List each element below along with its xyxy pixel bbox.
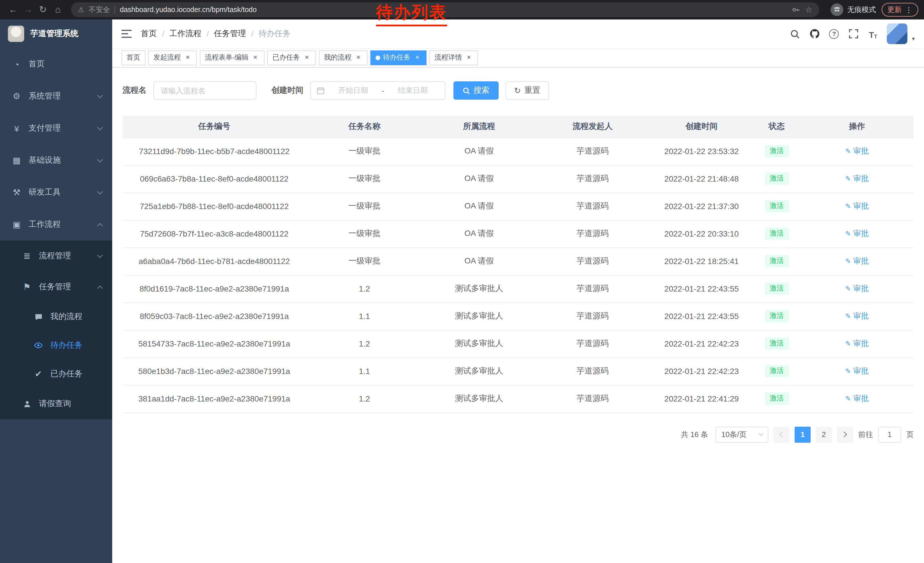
search-icon[interactable] (789, 28, 801, 39)
browser-home-button[interactable]: ⌂ (50, 2, 65, 17)
sidebar-item-workflow[interactable]: ▣ 工作流程 (0, 209, 112, 240)
approve-link[interactable]: ✎审批 (845, 311, 869, 321)
avatar[interactable] (887, 24, 908, 44)
page-button-1[interactable]: 1 (795, 426, 811, 443)
approve-link[interactable]: ✎审批 (845, 256, 869, 266)
tab-process-form-edit[interactable]: 流程表单-编辑 × (200, 50, 264, 65)
approve-link[interactable]: ✎审批 (845, 174, 869, 184)
breadcrumb-current: 待办任务 (258, 29, 291, 39)
cell-process: 测试多审批人 (423, 357, 535, 385)
fullscreen-icon[interactable] (848, 28, 859, 39)
cell-task-name: 一级审批 (306, 248, 423, 275)
close-icon[interactable]: × (251, 54, 260, 62)
status-badge: 激活 (765, 337, 789, 350)
workflow-submenu: ≣ 流程管理 ⚑ 任务管理 我的流程 (0, 240, 112, 419)
caret-down-icon[interactable]: ▾ (912, 36, 915, 42)
approve-link[interactable]: ✎审批 (845, 146, 869, 156)
approve-link[interactable]: ✎审批 (845, 338, 869, 349)
chat-icon (33, 312, 44, 321)
sidebar-item-label: 流程管理 (39, 251, 91, 261)
cell-create-time: 2022-01-21 22:43:55 (650, 302, 753, 330)
sidebar-item-system[interactable]: ⚙ 系统管理 (0, 80, 112, 112)
github-icon[interactable] (809, 28, 820, 39)
close-icon[interactable]: × (184, 54, 192, 62)
breadcrumb-task-management[interactable]: 任务管理 (214, 29, 246, 39)
chevron-down-icon (97, 157, 103, 162)
tab-home[interactable]: 首页 (122, 50, 146, 65)
security-label[interactable]: 不安全 (89, 5, 110, 15)
page-button-2[interactable]: 2 (816, 426, 832, 443)
cell-status: 激活 (753, 165, 800, 192)
chevron-down-icon (97, 189, 103, 194)
font-size-icon[interactable]: TT (867, 28, 879, 39)
edit-icon: ✎ (845, 147, 851, 155)
approve-label: 审批 (853, 228, 869, 239)
tab-process-detail[interactable]: 流程详情 × (429, 50, 478, 65)
browser-refresh-button[interactable]: ↻ (36, 2, 50, 17)
url-text[interactable]: dashboard.yudao.iocoder.cn/bpm/task/todo (120, 6, 787, 14)
tab-todo-tasks[interactable]: 待办任务 × (370, 50, 426, 65)
breadcrumb-workflow[interactable]: 工作流程 (170, 29, 201, 39)
sidebar: 芋道管理系统 ◔ 首页 ⚙ 系统管理 ¥ 支付管理 ▦ 基础设施 (0, 20, 112, 563)
process-name-input[interactable] (153, 81, 256, 100)
breadcrumb-separator: / (207, 29, 209, 38)
sidebar-item-label: 已办任务 (50, 369, 102, 379)
sidebar-item-infrastructure[interactable]: ▦ 基础设施 (0, 144, 112, 176)
hamburger-icon[interactable] (122, 29, 132, 38)
approve-link[interactable]: ✎审批 (845, 228, 869, 239)
browser-forward-button[interactable]: → (21, 2, 36, 17)
cell-create-time: 2022-01-21 22:41:29 (650, 385, 753, 412)
help-icon[interactable]: ? (828, 28, 840, 39)
browser-update-button[interactable]: 更新 ⋮ (882, 3, 918, 17)
cell-create-time: 2022-01-22 20:33:10 (650, 220, 753, 248)
sidebar-item-label: 待办任务 (50, 340, 102, 350)
tab-label: 待办任务 (383, 53, 411, 62)
tab-my-process[interactable]: 我的流程 × (319, 50, 368, 65)
sidebar-item-process-management[interactable]: ≣ 流程管理 (0, 240, 112, 272)
cell-task-id: a6aba0a4-7b6d-11ec-b781-acde48001122 (123, 248, 306, 275)
status-badge: 激活 (765, 310, 789, 322)
close-icon[interactable]: × (303, 54, 311, 62)
gear-icon: ⚙ (12, 91, 22, 101)
reset-button[interactable]: ↻ 重置 (506, 81, 549, 100)
sidebar-item-done-tasks[interactable]: ✔ 已办任务 (0, 360, 112, 388)
yen-icon: ¥ (12, 123, 22, 133)
tab-done-tasks[interactable]: 已办任务 × (267, 50, 316, 65)
approve-link[interactable]: ✎审批 (845, 393, 869, 404)
tab-initiate-process[interactable]: 发起流程 × (148, 50, 197, 65)
edit-icon: ✎ (845, 339, 851, 348)
breadcrumb-home[interactable]: 首页 (141, 29, 157, 39)
sidebar-item-leave-query[interactable]: 请假查询 (0, 388, 112, 419)
password-key-icon[interactable] (792, 5, 801, 14)
approve-link[interactable]: ✎审批 (845, 201, 869, 211)
cell-create-time: 2022-01-21 22:42:23 (650, 330, 753, 357)
sidebar-item-todo-tasks[interactable]: 待办任务 (0, 331, 112, 360)
next-page-button[interactable] (837, 426, 853, 443)
browser-back-button[interactable]: ← (6, 2, 21, 17)
goto-page-input[interactable] (878, 426, 901, 443)
cell-create-time: 2022-01-21 22:43:55 (650, 275, 753, 302)
sidebar-item-payment[interactable]: ¥ 支付管理 (0, 112, 112, 144)
approve-link[interactable]: ✎审批 (845, 366, 869, 376)
sidebar-item-devtools[interactable]: ⚒ 研发工具 (0, 176, 112, 209)
close-icon[interactable]: × (465, 54, 473, 62)
cell-status: 激活 (753, 275, 800, 302)
sidebar-item-home[interactable]: ◔ 首页 (0, 48, 112, 80)
cell-task-id: 381aa1dd-7ac8-11ec-a9e2-a2380e71991a (123, 385, 306, 412)
chevron-down-icon (97, 93, 103, 98)
search-button[interactable]: 搜索 (453, 81, 499, 100)
incognito-icon (831, 3, 843, 16)
approve-link[interactable]: ✎审批 (845, 284, 869, 294)
close-icon[interactable]: × (354, 54, 362, 62)
server-icon: ▦ (12, 155, 22, 165)
page-size-value: 10条/页 (722, 429, 747, 440)
prev-page-button[interactable] (773, 426, 789, 443)
date-range-picker[interactable]: 开始日期 - 结束日期 (310, 81, 446, 100)
status-badge: 激活 (765, 227, 789, 240)
page-size-select[interactable]: 10条/页 (716, 426, 768, 443)
sidebar-item-my-process[interactable]: 我的流程 (0, 302, 112, 331)
sidebar-item-task-management[interactable]: ⚑ 任务管理 (0, 272, 112, 302)
bookmark-star-icon[interactable]: ☆ (805, 5, 812, 14)
close-icon[interactable]: × (413, 54, 422, 62)
browser-menu-icon[interactable]: ⋮ (905, 6, 912, 14)
